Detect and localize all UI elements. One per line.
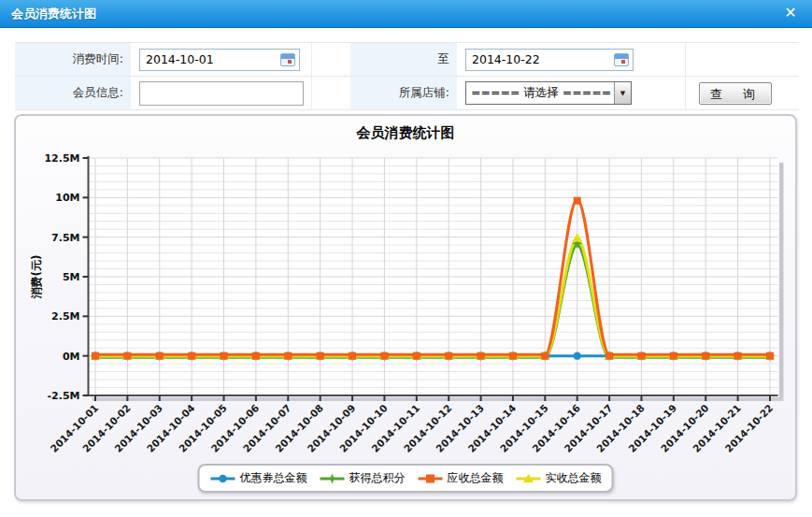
legend-label: 优惠券总金额	[240, 470, 307, 486]
svg-text:消费(元): 消费(元)	[30, 255, 43, 300]
date-to-field[interactable]: 2014-10-22	[465, 49, 634, 71]
member-input-cell	[131, 77, 311, 110]
legend-item: 实收总金额	[516, 470, 602, 486]
member-label: 会员信息:	[15, 77, 131, 110]
gap-cell	[311, 43, 350, 77]
square-marker-icon	[418, 472, 444, 485]
query-form: 消费时间: 2014-10-01 至 2014-10-22 会员信息: 所属店铺…	[15, 42, 799, 110]
date-to-value[interactable]: 2014-10-22	[472, 52, 614, 66]
triangle-marker-icon	[516, 472, 542, 485]
date-to-cell: 2014-10-22	[457, 43, 685, 77]
line-chart: -2.5M0M2.5M5M7.5M10M12.5M2014-10-012014-…	[16, 116, 795, 462]
legend-label: 获得总积分	[349, 470, 406, 486]
legend-item: 应收总金额	[418, 470, 504, 486]
svg-text:10M: 10M	[55, 192, 79, 204]
svg-text:0M: 0M	[63, 351, 80, 363]
dialog-titlebar: 会员消费统计图 ✕	[0, 0, 812, 28]
close-icon[interactable]: ✕	[781, 4, 800, 22]
query-button-cell: 查 询	[685, 77, 799, 110]
gap-cell	[311, 77, 350, 110]
legend-item: 获得总积分	[320, 470, 406, 486]
to-label: 至	[350, 43, 457, 77]
svg-text:-2.5M: -2.5M	[48, 390, 80, 402]
circle-marker-icon	[210, 472, 236, 485]
empty-cell	[685, 43, 799, 77]
calendar-icon[interactable]	[614, 53, 629, 66]
time-label: 消费时间:	[15, 43, 131, 77]
calendar-icon[interactable]	[280, 53, 295, 66]
legend-label: 实收总金额	[546, 470, 602, 486]
shop-select-value: ===== 请选择 =====	[466, 85, 614, 101]
date-from-value[interactable]: 2014-10-01	[146, 52, 280, 66]
svg-text:5M: 5M	[63, 271, 80, 283]
svg-text:2.5M: 2.5M	[51, 310, 79, 323]
shop-select[interactable]: ===== 请选择 ===== ▼	[465, 81, 632, 105]
chart-panel: 会员消费统计图 -2.5M0M2.5M5M7.5M10M12.5M2014-10…	[14, 114, 797, 501]
date-from-field[interactable]: 2014-10-01	[139, 49, 300, 71]
legend-item: 优惠券总金额	[210, 470, 307, 486]
svg-text:12.5M: 12.5M	[44, 152, 79, 165]
query-button[interactable]: 查 询	[699, 82, 772, 105]
date-from-cell: 2014-10-01	[131, 43, 311, 77]
member-input[interactable]	[139, 81, 304, 106]
shop-label: 所属店铺:	[350, 77, 457, 110]
shop-select-cell: ===== 请选择 ===== ▼	[457, 77, 685, 110]
chart-legend: 优惠券总金额获得总积分应收总金额实收总金额	[198, 464, 614, 493]
svg-text:7.5M: 7.5M	[51, 232, 79, 244]
star-marker-icon	[320, 472, 346, 485]
chevron-down-icon[interactable]: ▼	[614, 82, 631, 104]
legend-label: 应收总金额	[448, 470, 504, 486]
dialog-title: 会员消费统计图	[0, 0, 812, 27]
